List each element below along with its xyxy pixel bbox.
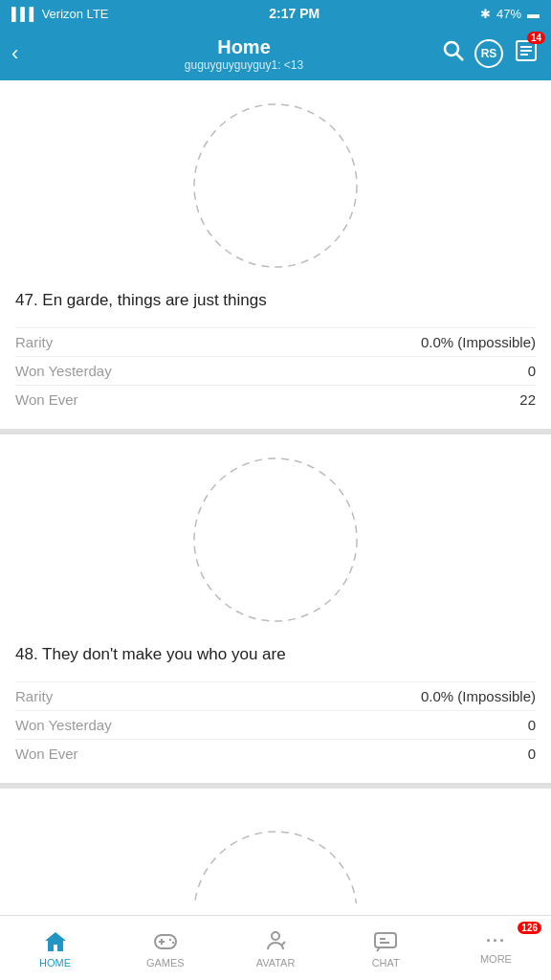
card-48-rarity-label: Rarity: [15, 688, 53, 704]
card-48-won-yesterday-label: Won Yesterday: [15, 717, 112, 733]
main-content: 47. En garde, things are just things Rar…: [0, 80, 551, 915]
card-47-won-yesterday-value: 0: [528, 363, 536, 379]
nav-games-label: GAMES: [146, 957, 185, 969]
status-bar: ▌▌▌ Verizon LTE 2:17 PM ✱ 47% ▬: [0, 0, 551, 27]
svg-point-6: [194, 104, 357, 267]
svg-line-15: [281, 942, 285, 946]
nav-more[interactable]: ··· MORE 126: [441, 916, 551, 980]
card-48-won-yesterday-value: 0: [528, 717, 536, 733]
battery-icon: ▬: [527, 7, 540, 21]
card-48-won-yesterday-row: Won Yesterday 0: [15, 710, 536, 739]
header-title-block: Home guguyguyguyguу1: <13: [46, 36, 442, 72]
search-button[interactable]: [442, 39, 465, 68]
header-title: Home: [46, 36, 442, 58]
bottom-nav: HOME GAMES AVATAR CHAT ··· MORE 126: [0, 915, 551, 980]
card-47-won-yesterday-label: Won Yesterday: [15, 363, 112, 379]
card-47-rarity-label: Rarity: [15, 334, 53, 350]
svg-point-14: [272, 932, 279, 940]
nav-home[interactable]: HOME: [0, 916, 110, 980]
nav-home-label: HOME: [39, 957, 71, 969]
nav-chat-label: CHAT: [372, 957, 400, 969]
card-49-circle: [189, 827, 362, 903]
svg-point-7: [194, 458, 357, 621]
nav-games[interactable]: GAMES: [110, 916, 220, 980]
card-48-won-ever-value: 0: [528, 746, 536, 762]
card-47-won-ever-label: Won Ever: [15, 391, 78, 408]
card-48-circle: [189, 454, 362, 626]
card-47-stats: Rarity 0.0% (Impossible) Won Yesterday 0…: [0, 327, 551, 413]
svg-point-13: [172, 941, 174, 943]
card-48-circle-container: [0, 434, 551, 635]
header: ‹ Home guguyguyguyguу1: <13 RS 14: [0, 27, 551, 80]
nav-avatar[interactable]: AVATAR: [220, 916, 330, 980]
card-47-rarity-value: 0.0% (Impossible): [421, 334, 536, 350]
card-47-won-yesterday-row: Won Yesterday 0: [15, 356, 536, 385]
nav-chat[interactable]: CHAT: [331, 916, 441, 980]
games-icon: [152, 928, 179, 955]
avatar-icon: [262, 928, 289, 955]
nav-avatar-label: AVATAR: [256, 957, 296, 969]
card-48-won-ever-label: Won Ever: [15, 746, 78, 762]
card-49: [0, 789, 551, 903]
nav-more-label: MORE: [480, 953, 512, 965]
svg-point-0: [445, 42, 458, 56]
more-icon: ···: [486, 931, 506, 951]
svg-point-8: [194, 832, 357, 903]
card-47: 47. En garde, things are just things Rar…: [0, 80, 551, 434]
svg-line-1: [456, 54, 463, 60]
card-49-circle-container: [0, 789, 551, 903]
home-icon: [42, 928, 69, 955]
card-47-title: 47. En garde, things are just things: [0, 281, 551, 327]
more-badge: 126: [518, 922, 541, 934]
back-button[interactable]: ‹: [11, 41, 46, 66]
card-47-won-ever-value: 22: [519, 391, 536, 408]
signal-icon: ▌▌▌: [11, 7, 38, 21]
header-subtitle: guguyguyguyguу1: <13: [46, 58, 442, 72]
card-48-title: 48. They don't make you who you are: [0, 635, 551, 681]
card-48-rarity-value: 0.0% (Impossible): [421, 688, 536, 704]
notes-button[interactable]: 14: [513, 37, 540, 70]
card-47-won-ever-row: Won Ever 22: [15, 385, 536, 413]
rs-icon: RS: [474, 39, 503, 68]
svg-rect-16: [375, 933, 396, 947]
search-icon: [442, 39, 465, 62]
status-right: ✱ 47% ▬: [480, 7, 540, 21]
card-48-won-ever-row: Won Ever 0: [15, 739, 536, 768]
status-carrier: ▌▌▌ Verizon LTE: [11, 7, 109, 21]
back-icon: ‹: [11, 41, 18, 65]
chat-icon: [372, 928, 399, 955]
card-48-rarity-row: Rarity 0.0% (Impossible): [15, 681, 536, 710]
card-47-circle-container: [0, 80, 551, 281]
battery-level: 47%: [496, 7, 521, 21]
card-47-circle: [189, 100, 362, 272]
svg-point-12: [169, 938, 171, 940]
rs-button[interactable]: RS: [474, 39, 503, 68]
card-48: 48. They don't make you who you are Rari…: [0, 434, 551, 789]
status-time: 2:17 PM: [269, 6, 320, 21]
header-icons: RS 14: [442, 37, 540, 70]
bluetooth-icon: ✱: [480, 7, 491, 21]
card-47-rarity-row: Rarity 0.0% (Impossible): [15, 327, 536, 356]
notes-badge: 14: [527, 32, 545, 44]
card-48-stats: Rarity 0.0% (Impossible) Won Yesterday 0…: [0, 681, 551, 768]
